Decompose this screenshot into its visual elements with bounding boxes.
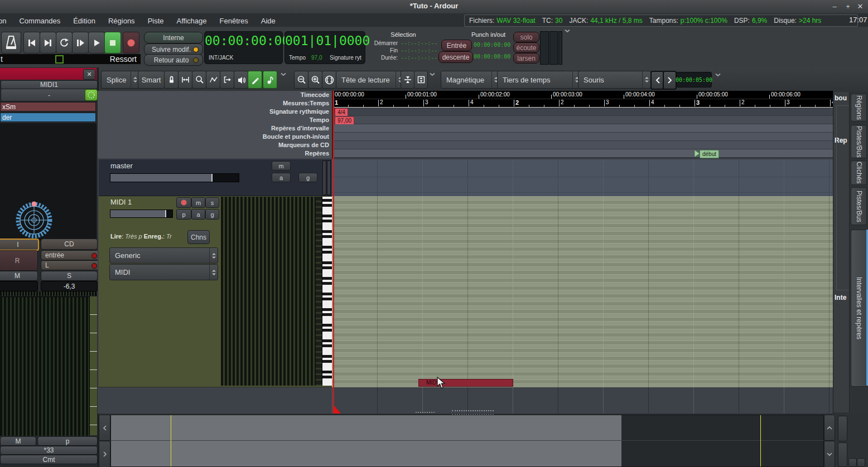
menu-item[interactable]: Fenêtres [220,17,248,25]
midi-patch-combo[interactable]: Generic [109,247,218,264]
ruler-label[interactable]: Marqueurs de CD [98,141,332,149]
gain-fader[interactable] [0,296,89,436]
midi-channels-button[interactable]: Chns [187,230,210,244]
maximize-button[interactable]: + [843,2,852,11]
midi-gain-fader[interactable] [110,210,173,218]
nudge-forward-button[interactable] [663,71,677,90]
master-automation-button[interactable]: a [272,173,291,182]
grab-tool-button[interactable] [164,71,179,89]
strip-close-icon[interactable]: ✕ [83,69,95,80]
ruler-label[interactable]: Repères [98,149,332,158]
input-source-button[interactable]: entrée [41,250,102,260]
auto-return-button[interactable]: Retour auto [144,54,203,66]
master-track-header[interactable]: master m a g [99,159,332,196]
editor-list-content[interactable]: bou Rep Inte [833,92,850,412]
gain-display[interactable]: -6,3 [41,281,98,291]
close-button[interactable]: ✕ [856,2,865,11]
midi-record-arm-button[interactable] [176,197,191,208]
bars-beats-ruler[interactable]: 123422343234 [333,99,834,108]
midi-solo-button[interactable]: s [205,197,219,208]
zoom-focus-combo[interactable]: Tête de lecture [336,71,404,89]
corner-button[interactable] [857,458,865,467]
midi-mute-button[interactable]: m [191,197,205,208]
vertical-scrollbar-thumb[interactable] [838,416,847,441]
left-channel-button[interactable]: L [41,260,102,270]
grid-unit-combo[interactable]: Tiers de temps [497,71,581,89]
pan-mode-button[interactable]: p [37,436,98,446]
stop-button[interactable] [104,32,121,53]
pencil-tool-button[interactable] [248,71,262,89]
secondary-clock[interactable]: 001|01|0000 Tempo 97,0 Signature ryt [284,31,365,64]
ruler-label[interactable]: Signature rythmique [98,108,332,116]
listen-button[interactable]: écoute [513,42,539,53]
master-mute-button[interactable]: m [272,161,291,171]
loop-button[interactable] [56,32,73,53]
punch-out-clock[interactable]: 00:00:00:00 [474,53,510,60]
ruler-label[interactable]: Tempo [98,116,332,124]
stretch-tool-button[interactable] [220,71,234,89]
session-summary[interactable] [110,415,824,467]
right-tab[interactable]: Intervalles et repères [851,230,867,387]
go-start-button[interactable] [23,32,40,53]
punch-in-button[interactable]: Entrée [441,40,472,51]
summary-scroll-right-button[interactable] [99,441,110,467]
follow-edits-button[interactable]: Suivre modif. [144,43,203,55]
feedback-button[interactable]: larsen [513,53,539,64]
minimize-button[interactable]: – [830,2,839,11]
metronome-button[interactable] [1,32,21,53]
toolbar-chevron-icon[interactable] [715,73,721,77]
metering-point-button[interactable]: M [0,436,36,446]
range-tool-button[interactable] [178,71,192,89]
timecode-ruler[interactable]: 00:00:00:0000:00:01:0000:00:02:0000:00:0… [333,91,834,99]
expand-tracks-button[interactable] [414,71,428,89]
punch-in-clock[interactable]: 00:00:00:00 [474,42,510,48]
menu-item[interactable]: Régions [108,17,135,25]
processor-list-empty[interactable] [0,123,97,196]
comment-button[interactable]: Cmt [0,455,98,464]
tempo-marker[interactable]: 97,00 [335,116,354,125]
selection-row-value[interactable]: --:--:--:-- [401,55,441,61]
ruler-label[interactable]: Timecode [98,91,332,99]
menu-item[interactable]: Affichage [177,17,207,25]
master-track-name[interactable]: master [110,162,133,170]
tempo-ruler-row[interactable]: 97,00 [333,116,834,124]
cd-markers-row[interactable] [333,141,834,149]
summary-resize-handle[interactable] [416,412,435,415]
right-tab[interactable]: Régions [851,94,867,121]
solo-button[interactable]: solo [513,32,539,42]
playhead[interactable] [333,91,334,414]
menu-item[interactable]: Commandes [19,17,60,25]
midi-group-button[interactable]: g [205,209,219,220]
midi-region[interactable]: MIDI 1 [418,379,513,387]
midi-track-header[interactable]: MIDI 1 m s p a g Lire: Très p Enreg.: Tr… [99,196,332,387]
meter-ruler-row[interactable]: 4/4 [333,108,834,116]
ruler-label[interactable]: Boucle et punch-in/out [98,133,332,141]
solo-strip-button[interactable]: S [41,271,98,281]
empty-canvas-area[interactable] [332,387,833,414]
smart-mode-button[interactable]: Smart [138,71,165,89]
strip-output-combo[interactable]: - [1,89,98,101]
master-scroll-sliver[interactable] [322,160,326,195]
record-button[interactable] [123,32,139,53]
master-scroll-sliver[interactable] [327,160,331,195]
punch-out-button[interactable]: descente [438,51,473,63]
menu-item[interactable]: on [0,17,6,25]
mute-button[interactable]: M [0,271,38,281]
zoom-fit-button[interactable] [322,71,336,89]
loop-punch-row[interactable] [333,133,834,141]
corner-button[interactable] [848,458,857,467]
audition-tool-button[interactable] [234,71,248,89]
pane-chevron-icon[interactable] [564,29,571,33]
edit-mode-combo[interactable]: Splice [101,71,139,89]
processor-row[interactable]: xSm [0,102,96,111]
cd-button[interactable]: CD [41,239,98,250]
ruler-label[interactable]: Mesures:Temps [98,99,332,108]
shuttle-control[interactable]: t Ressort [0,54,141,64]
selection-row-value[interactable]: --:--:--:-- [401,40,441,46]
midi-device-combo[interactable]: MIDI [109,264,218,280]
processor-row[interactable]: der [0,113,96,122]
panner-area[interactable] [0,196,97,241]
summary-scroll-left-button[interactable] [99,415,110,441]
strip-track-name-button[interactable]: MIDI1 [1,80,98,89]
midi-scroomer[interactable] [316,197,322,386]
